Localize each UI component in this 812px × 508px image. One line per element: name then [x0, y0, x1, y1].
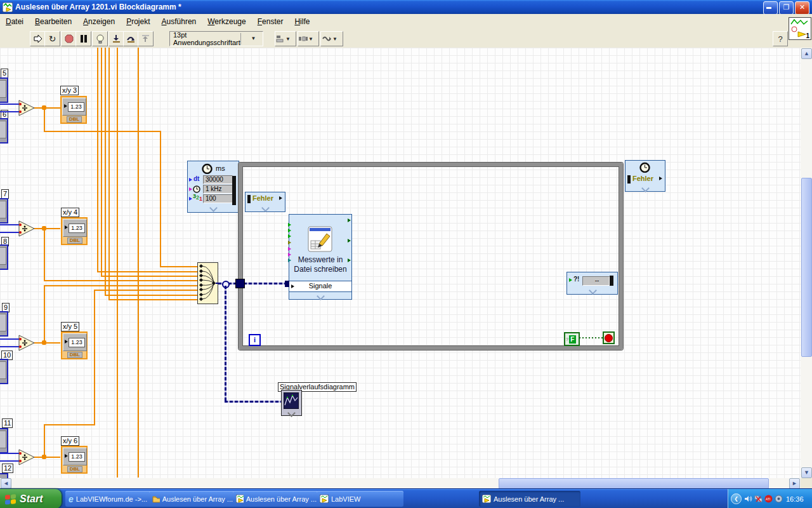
- wire-input[interactable]: [0, 453, 19, 454]
- wire-input[interactable]: [0, 224, 19, 225]
- numeric-indicator-xy4[interactable]: 1.23 DBL: [61, 217, 88, 245]
- wire-input[interactable]: [0, 460, 19, 462]
- menu-anzeigen[interactable]: Anzeigen: [77, 15, 121, 28]
- divide-node[interactable]: [18, 100, 36, 116]
- numeric-indicator-xy5[interactable]: 1.23 DBL: [61, 331, 88, 359]
- chevron-down-icon[interactable]: [209, 204, 218, 212]
- loop-iteration-terminal[interactable]: i: [249, 334, 261, 346]
- false-constant[interactable]: F: [569, 335, 576, 344]
- samples-value[interactable]: 100: [203, 194, 233, 203]
- tray-network-disconnected-icon[interactable]: [754, 495, 763, 503]
- wire-feed-d2[interactable]: [108, 299, 197, 300]
- pause-button[interactable]: [75, 31, 91, 46]
- menu-werkzeuge[interactable]: Werkzeuge: [202, 15, 251, 28]
- loop-condition-terminal[interactable]: [603, 331, 615, 344]
- tray-clock[interactable]: 16:36: [786, 495, 804, 503]
- wire-feed-b2[interactable]: [101, 276, 197, 277]
- wire-xy5-v[interactable]: [44, 285, 45, 343]
- abort-button[interactable]: [61, 31, 77, 46]
- indicator-label[interactable]: x/y 6: [61, 436, 79, 446]
- wire-input[interactable]: [0, 104, 19, 105]
- vertical-scroll-thumb[interactable]: [801, 178, 812, 357]
- status-value[interactable]: --: [582, 276, 610, 286]
- menu-datei[interactable]: Datei: [0, 15, 29, 28]
- tray-status-icon[interactable]: [775, 495, 783, 503]
- run-button[interactable]: [30, 31, 46, 46]
- waveform-chart-terminal[interactable]: [281, 390, 302, 416]
- wire-input[interactable]: [0, 346, 19, 347]
- minimize-button[interactable]: [763, 1, 778, 15]
- run-continuously-button[interactable]: ↻: [44, 31, 60, 46]
- menu-hilfe[interactable]: Hilfe: [289, 15, 315, 28]
- wire-feed-d[interactable]: [108, 48, 110, 299]
- scroll-down-button[interactable]: ▼: [801, 467, 812, 478]
- block-diagram-canvas[interactable]: 5 6 7 8 9 10 11 12: [0, 48, 801, 478]
- numeric-indicator-xy3[interactable]: 1.23 DBL: [60, 96, 87, 124]
- wire-xy6-v1[interactable]: [44, 424, 45, 457]
- wire-xy5-h[interactable]: [44, 285, 197, 286]
- taskbar-button-labview-vi[interactable]: Auslesen über Array ...: [233, 491, 320, 507]
- array-terminal-10[interactable]: [0, 359, 8, 384]
- distribute-objects-dropdown[interactable]: ▼: [298, 31, 319, 46]
- merge-signals-node[interactable]: [197, 262, 218, 304]
- wire-out[interactable]: [34, 457, 60, 458]
- chevron-down-icon[interactable]: [261, 204, 270, 212]
- wire-input[interactable]: [0, 111, 19, 112]
- step-into-button[interactable]: [108, 31, 124, 46]
- wire-xy3-h2[interactable]: [160, 266, 197, 267]
- boolean-wire[interactable]: [579, 337, 603, 338]
- indicator-label[interactable]: x/y 3: [60, 86, 79, 95]
- scroll-left-button[interactable]: ◄: [1, 478, 11, 489]
- menu-projekt[interactable]: Projekt: [121, 15, 155, 28]
- step-out-button[interactable]: [138, 31, 154, 46]
- highlight-execution-button[interactable]: [92, 31, 108, 46]
- dt-value[interactable]: 30000: [203, 175, 233, 184]
- loop-tunnel[interactable]: [235, 279, 245, 288]
- chevron-down-icon[interactable]: [589, 286, 597, 295]
- close-button[interactable]: ✕: [795, 1, 809, 15]
- tray-ati-icon[interactable]: ATI: [764, 495, 773, 503]
- tray-collapse-chevron-icon[interactable]: ❮: [731, 493, 742, 504]
- menu-bearbeiten[interactable]: Bearbeiten: [29, 15, 77, 28]
- array-terminal-12[interactable]: [0, 473, 8, 478]
- array-terminal-7[interactable]: [0, 198, 8, 224]
- timing-node[interactable]: ms dt 30000 1 kHz 321 100: [187, 161, 239, 213]
- taskbar-button-ie[interactable]: e LabVIEWforum.de ->...: [65, 491, 152, 507]
- dynamic-data-wire[interactable]: [225, 286, 226, 401]
- array-terminal-11[interactable]: [0, 428, 8, 453]
- wire-out[interactable]: [34, 228, 60, 229]
- font-dropdown-arrow-icon[interactable]: ▼: [240, 33, 263, 44]
- write-measurement-file-vi[interactable]: Messwerte in Datei schreiben Signale: [289, 214, 352, 300]
- rate-value[interactable]: 1 kHz: [203, 185, 233, 194]
- indicator-label[interactable]: x/y 5: [61, 322, 79, 331]
- chevron-down-icon[interactable]: [317, 292, 325, 300]
- divide-node[interactable]: [18, 449, 36, 465]
- error-out-node[interactable]: Fehler: [625, 160, 665, 192]
- indicator-label[interactable]: x/y 4: [61, 208, 79, 217]
- taskbar-button-labview-blockdiagram-active[interactable]: Auslesen über Array ...: [479, 491, 580, 507]
- wire-feed-a2[interactable]: [97, 271, 197, 272]
- divide-node[interactable]: [18, 220, 36, 237]
- wire-passthrough-1[interactable]: [117, 48, 118, 478]
- wire-xy3-h1[interactable]: [44, 131, 160, 132]
- step-over-button[interactable]: [123, 31, 139, 46]
- wire-feed-b[interactable]: [101, 48, 102, 276]
- scroll-right-button[interactable]: ►: [789, 478, 800, 489]
- divide-node[interactable]: [18, 335, 36, 351]
- align-objects-dropdown[interactable]: ▼: [275, 31, 296, 46]
- wire-xy4-h[interactable]: [44, 280, 197, 281]
- taskbar-button-labview[interactable]: LabVIEW: [317, 491, 403, 507]
- restore-button[interactable]: ❐: [779, 1, 794, 15]
- wire-xy6-h2[interactable]: [94, 290, 197, 291]
- dynamic-data-wire[interactable]: [225, 401, 282, 403]
- title-bar[interactable]: Auslesen über Array 1201.vi Blockdiagram…: [0, 0, 812, 14]
- array-terminal-6[interactable]: [0, 118, 8, 144]
- tray-audio-icon[interactable]: [744, 495, 752, 503]
- wire-xy6-v2[interactable]: [94, 290, 95, 425]
- wire-xy4-v[interactable]: [44, 229, 45, 280]
- menu-ausfuehren[interactable]: Ausführen: [156, 15, 202, 28]
- vi-icon-badge[interactable]: 1: [789, 17, 811, 40]
- horizontal-scroll-thumb[interactable]: [499, 478, 769, 489]
- wire-out[interactable]: [34, 107, 60, 109]
- chevron-down-icon[interactable]: [641, 184, 650, 192]
